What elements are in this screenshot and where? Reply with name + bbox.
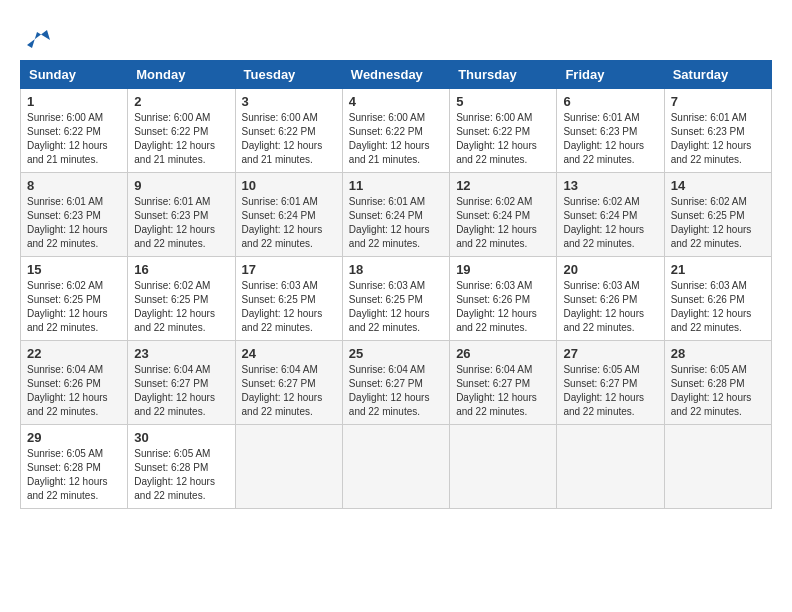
weekday-header: Wednesday [342, 61, 449, 89]
day-number: 16 [134, 262, 228, 277]
day-info: Sunrise: 6:05 AM Sunset: 6:28 PM Dayligh… [671, 363, 765, 419]
calendar-cell: 26Sunrise: 6:04 AM Sunset: 6:27 PM Dayli… [450, 341, 557, 425]
day-info: Sunrise: 6:01 AM Sunset: 6:23 PM Dayligh… [563, 111, 657, 167]
day-info: Sunrise: 6:02 AM Sunset: 6:25 PM Dayligh… [134, 279, 228, 335]
day-number: 15 [27, 262, 121, 277]
weekday-header: Tuesday [235, 61, 342, 89]
day-info: Sunrise: 6:00 AM Sunset: 6:22 PM Dayligh… [134, 111, 228, 167]
day-info: Sunrise: 6:00 AM Sunset: 6:22 PM Dayligh… [456, 111, 550, 167]
calendar-cell: 8Sunrise: 6:01 AM Sunset: 6:23 PM Daylig… [21, 173, 128, 257]
day-number: 11 [349, 178, 443, 193]
calendar-cell: 27Sunrise: 6:05 AM Sunset: 6:27 PM Dayli… [557, 341, 664, 425]
calendar-cell: 19Sunrise: 6:03 AM Sunset: 6:26 PM Dayli… [450, 257, 557, 341]
day-info: Sunrise: 6:00 AM Sunset: 6:22 PM Dayligh… [242, 111, 336, 167]
calendar-cell: 2Sunrise: 6:00 AM Sunset: 6:22 PM Daylig… [128, 89, 235, 173]
day-number: 10 [242, 178, 336, 193]
day-info: Sunrise: 6:01 AM Sunset: 6:23 PM Dayligh… [671, 111, 765, 167]
day-info: Sunrise: 6:04 AM Sunset: 6:27 PM Dayligh… [349, 363, 443, 419]
calendar-cell: 18Sunrise: 6:03 AM Sunset: 6:25 PM Dayli… [342, 257, 449, 341]
calendar-table: SundayMondayTuesdayWednesdayThursdayFrid… [20, 60, 772, 509]
day-number: 3 [242, 94, 336, 109]
day-number: 9 [134, 178, 228, 193]
day-info: Sunrise: 6:05 AM Sunset: 6:28 PM Dayligh… [134, 447, 228, 503]
svg-marker-0 [27, 30, 50, 48]
day-number: 13 [563, 178, 657, 193]
day-number: 2 [134, 94, 228, 109]
calendar-cell: 3Sunrise: 6:00 AM Sunset: 6:22 PM Daylig… [235, 89, 342, 173]
day-info: Sunrise: 6:00 AM Sunset: 6:22 PM Dayligh… [27, 111, 121, 167]
calendar-week-row: 8Sunrise: 6:01 AM Sunset: 6:23 PM Daylig… [21, 173, 772, 257]
calendar-cell: 21Sunrise: 6:03 AM Sunset: 6:26 PM Dayli… [664, 257, 771, 341]
calendar-cell: 17Sunrise: 6:03 AM Sunset: 6:25 PM Dayli… [235, 257, 342, 341]
day-info: Sunrise: 6:04 AM Sunset: 6:27 PM Dayligh… [134, 363, 228, 419]
day-number: 23 [134, 346, 228, 361]
calendar-week-row: 1Sunrise: 6:00 AM Sunset: 6:22 PM Daylig… [21, 89, 772, 173]
calendar-cell: 24Sunrise: 6:04 AM Sunset: 6:27 PM Dayli… [235, 341, 342, 425]
day-info: Sunrise: 6:02 AM Sunset: 6:25 PM Dayligh… [671, 195, 765, 251]
calendar-cell: 5Sunrise: 6:00 AM Sunset: 6:22 PM Daylig… [450, 89, 557, 173]
day-number: 4 [349, 94, 443, 109]
calendar-cell: 25Sunrise: 6:04 AM Sunset: 6:27 PM Dayli… [342, 341, 449, 425]
day-info: Sunrise: 6:02 AM Sunset: 6:24 PM Dayligh… [563, 195, 657, 251]
day-info: Sunrise: 6:01 AM Sunset: 6:24 PM Dayligh… [242, 195, 336, 251]
day-info: Sunrise: 6:04 AM Sunset: 6:27 PM Dayligh… [242, 363, 336, 419]
calendar-cell [664, 425, 771, 509]
day-info: Sunrise: 6:03 AM Sunset: 6:26 PM Dayligh… [671, 279, 765, 335]
calendar-cell [450, 425, 557, 509]
day-number: 28 [671, 346, 765, 361]
day-info: Sunrise: 6:03 AM Sunset: 6:26 PM Dayligh… [456, 279, 550, 335]
day-number: 22 [27, 346, 121, 361]
day-info: Sunrise: 6:01 AM Sunset: 6:24 PM Dayligh… [349, 195, 443, 251]
day-info: Sunrise: 6:05 AM Sunset: 6:28 PM Dayligh… [27, 447, 121, 503]
day-info: Sunrise: 6:03 AM Sunset: 6:25 PM Dayligh… [242, 279, 336, 335]
weekday-header: Thursday [450, 61, 557, 89]
day-info: Sunrise: 6:01 AM Sunset: 6:23 PM Dayligh… [134, 195, 228, 251]
day-info: Sunrise: 6:02 AM Sunset: 6:24 PM Dayligh… [456, 195, 550, 251]
logo-icon [22, 20, 52, 50]
day-number: 26 [456, 346, 550, 361]
day-number: 27 [563, 346, 657, 361]
calendar-week-row: 22Sunrise: 6:04 AM Sunset: 6:26 PM Dayli… [21, 341, 772, 425]
day-info: Sunrise: 6:03 AM Sunset: 6:26 PM Dayligh… [563, 279, 657, 335]
day-number: 5 [456, 94, 550, 109]
calendar-cell: 7Sunrise: 6:01 AM Sunset: 6:23 PM Daylig… [664, 89, 771, 173]
day-number: 17 [242, 262, 336, 277]
day-number: 12 [456, 178, 550, 193]
calendar-cell: 14Sunrise: 6:02 AM Sunset: 6:25 PM Dayli… [664, 173, 771, 257]
day-number: 14 [671, 178, 765, 193]
day-number: 19 [456, 262, 550, 277]
calendar-cell: 9Sunrise: 6:01 AM Sunset: 6:23 PM Daylig… [128, 173, 235, 257]
calendar-cell: 29Sunrise: 6:05 AM Sunset: 6:28 PM Dayli… [21, 425, 128, 509]
day-number: 20 [563, 262, 657, 277]
calendar-cell: 4Sunrise: 6:00 AM Sunset: 6:22 PM Daylig… [342, 89, 449, 173]
calendar-cell: 22Sunrise: 6:04 AM Sunset: 6:26 PM Dayli… [21, 341, 128, 425]
weekday-header: Friday [557, 61, 664, 89]
calendar-cell: 15Sunrise: 6:02 AM Sunset: 6:25 PM Dayli… [21, 257, 128, 341]
calendar-cell [342, 425, 449, 509]
calendar-cell: 30Sunrise: 6:05 AM Sunset: 6:28 PM Dayli… [128, 425, 235, 509]
calendar-cell: 11Sunrise: 6:01 AM Sunset: 6:24 PM Dayli… [342, 173, 449, 257]
day-info: Sunrise: 6:00 AM Sunset: 6:22 PM Dayligh… [349, 111, 443, 167]
calendar-cell [235, 425, 342, 509]
calendar-cell: 16Sunrise: 6:02 AM Sunset: 6:25 PM Dayli… [128, 257, 235, 341]
day-info: Sunrise: 6:04 AM Sunset: 6:27 PM Dayligh… [456, 363, 550, 419]
day-info: Sunrise: 6:04 AM Sunset: 6:26 PM Dayligh… [27, 363, 121, 419]
calendar-week-row: 15Sunrise: 6:02 AM Sunset: 6:25 PM Dayli… [21, 257, 772, 341]
logo [20, 20, 52, 50]
calendar-week-row: 29Sunrise: 6:05 AM Sunset: 6:28 PM Dayli… [21, 425, 772, 509]
page-header [20, 20, 772, 50]
day-info: Sunrise: 6:01 AM Sunset: 6:23 PM Dayligh… [27, 195, 121, 251]
calendar-cell: 20Sunrise: 6:03 AM Sunset: 6:26 PM Dayli… [557, 257, 664, 341]
day-number: 7 [671, 94, 765, 109]
day-info: Sunrise: 6:03 AM Sunset: 6:25 PM Dayligh… [349, 279, 443, 335]
day-number: 29 [27, 430, 121, 445]
day-number: 25 [349, 346, 443, 361]
day-number: 6 [563, 94, 657, 109]
day-number: 24 [242, 346, 336, 361]
calendar-cell: 23Sunrise: 6:04 AM Sunset: 6:27 PM Dayli… [128, 341, 235, 425]
day-number: 21 [671, 262, 765, 277]
weekday-header: Monday [128, 61, 235, 89]
calendar-cell: 12Sunrise: 6:02 AM Sunset: 6:24 PM Dayli… [450, 173, 557, 257]
calendar-cell: 10Sunrise: 6:01 AM Sunset: 6:24 PM Dayli… [235, 173, 342, 257]
day-info: Sunrise: 6:02 AM Sunset: 6:25 PM Dayligh… [27, 279, 121, 335]
